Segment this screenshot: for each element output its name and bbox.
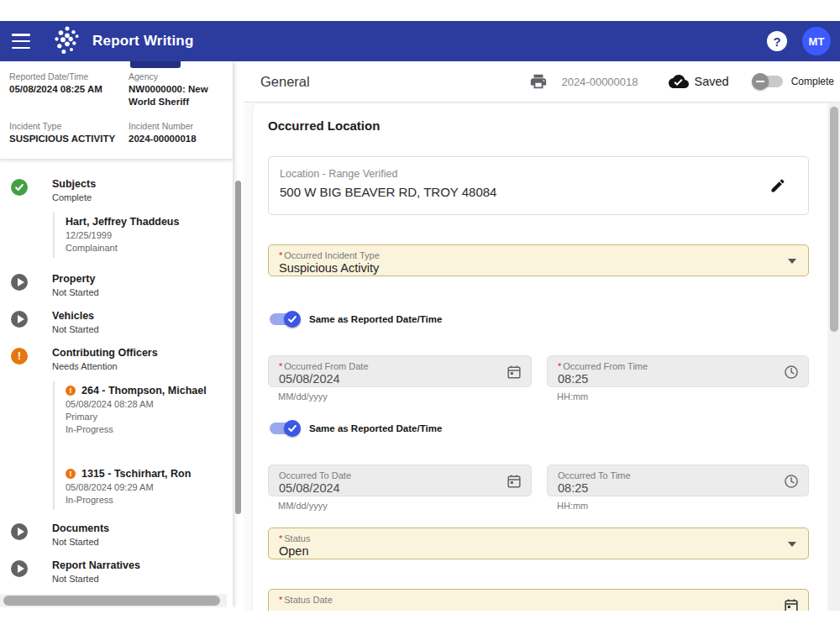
same-as-reported-label: Same as Reported Date/Time — [309, 314, 442, 324]
clock-icon[interactable] — [783, 363, 800, 381]
location-field[interactable]: Location - Range Verified 500 W BIG BEAV… — [268, 156, 809, 215]
officer-children: ! 264 - Thompson, Michael 05/08/2024 08:… — [53, 381, 233, 510]
sidebar-horizontal-scrollbar-thumb[interactable] — [3, 596, 220, 606]
chevron-down-icon — [788, 542, 796, 547]
occurred-to-time-input[interactable]: Occurred To Time 08:25 — [547, 465, 809, 496]
status-select[interactable]: *Status Open — [268, 528, 809, 559]
cloud-saved-icon — [669, 73, 689, 90]
help-button[interactable]: ? — [767, 31, 787, 51]
subjects-children: Hart, Jeffrey Thaddeus 12/25/1999 Compla… — [53, 213, 233, 258]
not-started-play-icon — [11, 560, 28, 577]
meta-incident-number: Incident Number 2024-00000018 — [129, 121, 228, 145]
same-as-reported-label: Same as Reported Date/Time — [309, 423, 442, 433]
clock-icon[interactable] — [783, 472, 800, 491]
main-scrollbar-thumb[interactable] — [830, 107, 838, 332]
date-format-helper: MM/dd/yyyy — [278, 501, 328, 511]
occurred-from-date-input[interactable]: *Occurred From Date 05/08/2024 — [268, 355, 532, 387]
sidebar-item-property[interactable]: Property Not Started — [0, 273, 233, 297]
main-panel: General 2024-00000018 Saved Complete — [244, 61, 840, 611]
page-title: General — [260, 74, 310, 90]
meta-incident-type: Incident Type SUSPICIOUS ACTIVITY — [9, 121, 129, 145]
time-format-helper: HH:mm — [557, 391, 588, 402]
report-meta-panel: Reported Date/Time 05/08/2024 08:25 AM A… — [0, 61, 233, 160]
same-as-reported-toggle-from[interactable] — [270, 313, 298, 325]
sidebar-item-vehicles[interactable]: Vehicles Not Started — [0, 310, 233, 334]
incident-number: 2024-00000018 — [561, 76, 638, 88]
calendar-icon[interactable] — [506, 472, 522, 491]
app-logo-icon — [50, 24, 84, 58]
needs-attention-mini-icon: ! — [66, 386, 76, 396]
general-form: Occurred Location Location - Range Verif… — [252, 102, 827, 611]
app-title: Report Writing — [92, 33, 194, 50]
occurred-to-date-input[interactable]: Occurred To Date 05/08/2024 — [268, 465, 532, 496]
needs-attention-mini-icon: ! — [66, 469, 76, 479]
calendar-icon[interactable] — [506, 363, 522, 381]
officer-list-item[interactable]: ! 1315 - Tschirhart, Ron 05/08/2024 09:2… — [66, 468, 233, 505]
report-writing-app: Report Writing ? MT Reported Date/Time 0… — [0, 0, 840, 630]
meta-reported-datetime: Reported Date/Time 05/08/2024 08:25 AM — [9, 71, 129, 108]
report-sidebar: Reported Date/Time 05/08/2024 08:25 AM A… — [0, 61, 244, 607]
complete-toggle-label: Complete — [791, 76, 834, 87]
sidebar-item-subjects[interactable]: Subjects Complete — [0, 178, 233, 202]
print-icon[interactable] — [529, 72, 548, 91]
occurred-incident-type-select[interactable]: *Occurred Incident Type Suspicious Activ… — [268, 244, 809, 276]
complete-check-icon — [11, 179, 28, 196]
sidebar-item-report-narratives[interactable]: Report Narratives Not Started — [0, 559, 233, 584]
meta-agency: Agency NW0000000: New World Sheriff — [129, 71, 228, 108]
report-section-nav: Subjects Complete Hart, Jeffrey Thaddeus… — [0, 160, 233, 584]
status-date-input[interactable]: *Status Date — [268, 589, 809, 611]
date-format-helper: MM/dd/yyyy — [278, 391, 328, 402]
sidebar-item-contributing-officers[interactable]: ! Contributing Officers Needs Attention — [0, 347, 233, 371]
occurred-from-time-input[interactable]: *Occurred From Time 08:25 — [547, 355, 809, 387]
not-started-play-icon — [11, 523, 28, 540]
menu-icon[interactable] — [12, 34, 32, 49]
header-tab-decoration — [130, 61, 181, 68]
same-as-reported-toggle-to[interactable] — [270, 423, 298, 434]
not-started-play-icon — [11, 311, 28, 328]
saved-status: Saved — [669, 73, 729, 90]
calendar-icon[interactable] — [783, 596, 800, 611]
edit-location-icon[interactable] — [769, 177, 786, 194]
user-avatar[interactable]: MT — [802, 27, 831, 55]
general-topbar: General 2024-00000018 Saved Complete — [244, 61, 840, 102]
sidebar-item-documents[interactable]: Documents Not Started — [0, 522, 233, 547]
subject-list-item[interactable]: Hart, Jeffrey Thaddeus 12/25/1999 Compla… — [66, 216, 233, 253]
officer-list-item[interactable]: ! 264 - Thompson, Michael 05/08/2024 08:… — [66, 385, 233, 434]
not-started-play-icon — [11, 274, 28, 291]
chevron-down-icon — [788, 259, 796, 264]
complete-toggle[interactable] — [754, 76, 783, 87]
needs-attention-icon: ! — [11, 348, 28, 365]
time-format-helper: HH:mm — [557, 501, 588, 511]
sidebar-vertical-scrollbar[interactable] — [235, 181, 241, 514]
app-header: Report Writing ? MT — [0, 21, 840, 61]
occurred-location-heading: Occurred Location — [268, 118, 380, 133]
